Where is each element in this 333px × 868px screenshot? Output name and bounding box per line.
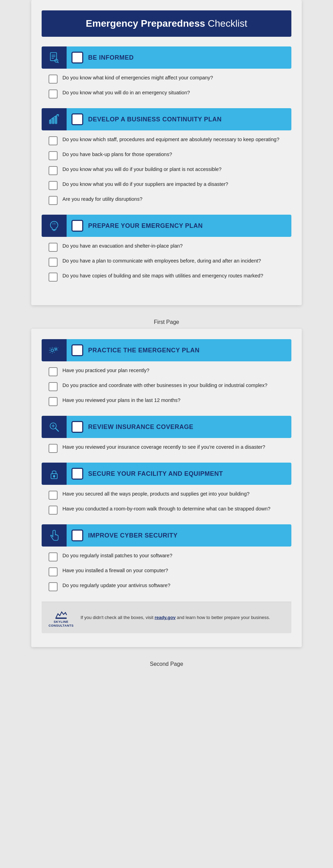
magnify-icon	[42, 416, 67, 438]
lightbulb-icon	[42, 215, 67, 237]
item-checkbox-practice-plan-2[interactable]	[49, 397, 58, 406]
item-text: Do you know what you will do if your bui…	[62, 166, 222, 173]
list-item: Do you know what you will do if your sup…	[42, 179, 291, 192]
page-2: PRACTICE THE EMERGENCY PLANHave you prac…	[31, 329, 302, 647]
page-1: Emergency Preparedness Checklist BE INFO…	[31, 0, 302, 305]
item-checkbox-emergency-plan-0[interactable]	[49, 243, 58, 252]
list-item: Are you ready for utility disruptions?	[42, 194, 291, 207]
item-checkbox-insurance-0[interactable]	[49, 444, 58, 453]
item-checkbox-business-continuity-4[interactable]	[49, 196, 58, 205]
section-checkbox-insurance[interactable]	[71, 421, 83, 433]
header-title-light: Checklist	[205, 18, 247, 29]
item-checkbox-business-continuity-3[interactable]	[49, 181, 58, 190]
section-insurance: REVIEW INSURANCE COVERAGEHave you review…	[42, 416, 291, 455]
section-title-be-informed: BE INFORMED	[88, 54, 291, 61]
footer-logo: SKYLINECONSULTANTS	[49, 608, 74, 628]
section-checkbox-facility[interactable]	[71, 468, 83, 480]
item-checkbox-emergency-plan-2[interactable]	[49, 273, 58, 282]
footer-text: If you didn't check all the boxes, visit…	[80, 615, 270, 620]
section-title-emergency-plan: PREPARE YOUR EMERGENCY PLAN	[88, 222, 291, 230]
item-text: Do you regularly update your antivirus s…	[62, 582, 170, 590]
item-checkbox-cyber-1[interactable]	[49, 567, 58, 576]
list-item: Do you have an evacuation and shelter-in…	[42, 240, 291, 254]
item-checkbox-emergency-plan-1[interactable]	[49, 258, 58, 267]
svg-point-14	[51, 349, 53, 351]
section-facility: SECURE YOUR FACILITY AND EQUIPMENTHave y…	[42, 463, 291, 517]
item-checkbox-facility-0[interactable]	[49, 491, 58, 500]
lock-icon	[42, 463, 67, 485]
page-label-2: Second Page	[0, 661, 333, 667]
item-text: Have you reviewed your plans in the last…	[62, 397, 180, 404]
section-checkbox-emergency-plan[interactable]	[71, 220, 83, 232]
item-text: Do you have copies of building and site …	[62, 272, 263, 280]
skyline-logo-icon	[55, 608, 67, 620]
list-item: Have you installed a firewall on your co…	[42, 565, 291, 578]
list-item: Do you have back-up plans for those oper…	[42, 149, 291, 162]
item-text: Do you know what you will do in an emerg…	[62, 89, 190, 97]
item-text: Do you have an evacuation and shelter-in…	[62, 242, 183, 250]
section-cyber: IMPROVE CYBER SECURITYDo you regularly i…	[42, 524, 291, 593]
svg-line-5	[57, 62, 58, 63]
item-text: Do you practice and coordinate with othe…	[62, 382, 267, 389]
section-checkbox-cyber[interactable]	[71, 530, 83, 541]
list-item: Do you regularly update your antivirus s…	[42, 580, 291, 593]
section-header-be-informed: BE INFORMED	[42, 46, 291, 69]
item-checkbox-practice-plan-1[interactable]	[49, 382, 58, 391]
section-header-cyber: IMPROVE CYBER SECURITY	[42, 524, 291, 547]
item-checkbox-be-informed-1[interactable]	[49, 89, 58, 98]
item-checkbox-be-informed-0[interactable]	[49, 75, 58, 84]
section-checkbox-be-informed[interactable]	[71, 52, 83, 63]
section-title-cyber: IMPROVE CYBER SECURITY	[88, 532, 291, 539]
list-item: Do you know what kind of emergencies mig…	[42, 72, 291, 86]
section-header-emergency-plan: PREPARE YOUR EMERGENCY PLAN	[42, 215, 291, 237]
svg-point-21	[53, 475, 55, 477]
item-checkbox-cyber-0[interactable]	[49, 552, 58, 561]
list-item: Do you regularly install patches to your…	[42, 550, 291, 564]
svg-point-15	[55, 348, 57, 350]
item-text: Have you reviewed your insurance coverag…	[62, 444, 265, 451]
list-item: Do you know what you will do if your bui…	[42, 164, 291, 177]
section-title-insurance: REVIEW INSURANCE COVERAGE	[88, 423, 291, 431]
item-text: Do you know what you will do if your sup…	[62, 181, 228, 188]
section-header-insurance: REVIEW INSURANCE COVERAGE	[42, 416, 291, 438]
item-checkbox-business-continuity-1[interactable]	[49, 151, 58, 160]
section-practice-plan: PRACTICE THE EMERGENCY PLANHave you prac…	[42, 339, 291, 408]
item-checkbox-business-continuity-2[interactable]	[49, 166, 58, 175]
page-label-1: First Page	[0, 319, 333, 325]
item-text: Do you have back-up plans for those oper…	[62, 151, 172, 158]
item-text: Do you know what kind of emergencies mig…	[62, 74, 213, 82]
section-business-continuity: DEVELOP A BUSINESS CONTINUITY PLANDo you…	[42, 108, 291, 207]
footer-logo-text: SKYLINECONSULTANTS	[49, 620, 74, 628]
item-text: Have you practiced your plan recently?	[62, 367, 150, 375]
svg-rect-23	[56, 618, 67, 619]
list-item: Have you secured all the ways people, pr…	[42, 488, 291, 502]
section-title-facility: SECURE YOUR FACILITY AND EQUIPMENT	[88, 470, 291, 478]
list-item: Do you practice and coordinate with othe…	[42, 380, 291, 393]
list-item: Have you reviewed your insurance coverag…	[42, 441, 291, 455]
section-checkbox-business-continuity[interactable]	[71, 113, 83, 125]
list-item: Have you practiced your plan recently?	[42, 365, 291, 378]
list-item: Do you know which staff, procedures and …	[42, 134, 291, 147]
ready-gov-link[interactable]: ready.gov	[155, 615, 176, 620]
svg-line-13	[56, 224, 56, 224]
section-emergency-plan: PREPARE YOUR EMERGENCY PLANDo you have a…	[42, 215, 291, 284]
item-text: Are you ready for utility disruptions?	[62, 196, 143, 203]
item-text: Have you conducted a room-by-room walk t…	[62, 505, 271, 513]
section-title-practice-plan: PRACTICE THE EMERGENCY PLAN	[88, 347, 291, 354]
item-checkbox-business-continuity-0[interactable]	[49, 136, 58, 145]
section-header-business-continuity: DEVELOP A BUSINESS CONTINUITY PLAN	[42, 108, 291, 130]
header-title-bold: Emergency Preparedness	[86, 18, 205, 29]
header: Emergency Preparedness Checklist	[42, 10, 291, 37]
item-checkbox-facility-1[interactable]	[49, 506, 58, 515]
section-header-practice-plan: PRACTICE THE EMERGENCY PLAN	[42, 339, 291, 361]
item-text: Have you installed a firewall on your co…	[62, 567, 168, 575]
item-text: Do you know which staff, procedures and …	[62, 136, 279, 144]
svg-line-12	[52, 224, 53, 224]
list-item: Have you reviewed your plans in the last…	[42, 395, 291, 408]
svg-rect-8	[55, 116, 57, 124]
item-checkbox-practice-plan-0[interactable]	[49, 367, 58, 376]
item-checkbox-cyber-2[interactable]	[49, 582, 58, 591]
hand-pointer-icon	[42, 524, 67, 547]
list-item: Do you have a plan to communicate with e…	[42, 255, 291, 269]
section-checkbox-practice-plan[interactable]	[71, 344, 83, 356]
